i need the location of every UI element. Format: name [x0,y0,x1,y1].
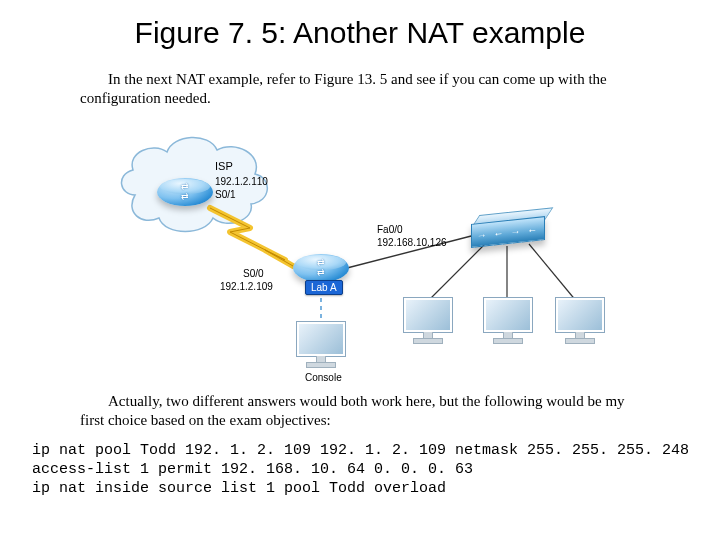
labA-serial-ip-label: 192.1.2.109 [220,281,273,292]
labA-serial-if-label: S0/0 [243,268,264,279]
monitor-icon [296,322,346,370]
isp-if-label: S0/1 [215,189,236,200]
ethernet-link-icon [427,244,485,302]
answer-paragraph: Actually, two different answers would bo… [80,392,640,430]
monitor-icon [483,298,533,346]
router-icon: ⇄⇄ [293,254,349,282]
router-icon: ⇄⇄ [157,178,213,206]
network-diagram: ⇄⇄ ⇄⇄ → ← → ← ISP 192.1.2.110 S0/1 S0 [115,120,605,380]
isp-ip-label: 192.1.2.110 [215,176,268,187]
monitor-icon [403,298,453,346]
labA-badge: Lab A [305,280,343,295]
slide-title: Figure 7. 5: Another NAT example [0,16,720,50]
isp-label: ISP [215,160,233,172]
console-label: Console [305,372,342,383]
ethernet-link-icon [529,244,577,302]
intro-paragraph: In the next NAT example, refer to Figure… [80,70,640,108]
labA-fa-if-label: Fa0/0 [377,224,403,235]
config-code: ip nat pool Todd 192. 1. 2. 109 192. 1. … [32,442,700,498]
serial-link-icon [210,208,293,266]
slide: Figure 7. 5: Another NAT example In the … [0,0,720,540]
monitor-icon [555,298,605,346]
labA-fa-ip-label: 192.168.10.126 [377,237,447,248]
